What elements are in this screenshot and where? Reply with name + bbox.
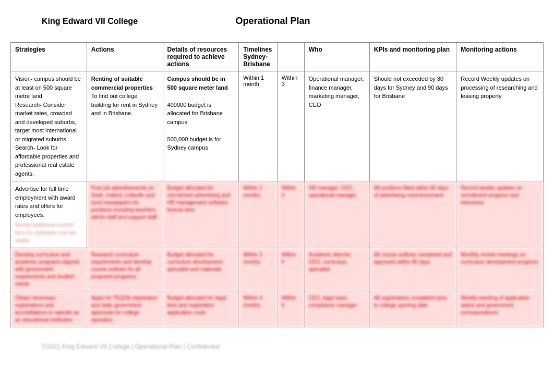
table-row: Vision- campus should be at least on 500… <box>11 71 544 181</box>
cell-strategies-2: Advertise for full time employment with … <box>11 181 87 248</box>
cell-monitoring-4: Weekly tracking of application status an… <box>456 291 544 327</box>
cell-details-3: Budget allocated for curriculum developm… <box>163 248 239 291</box>
cell-kpis-3: All course outlines completed and approv… <box>369 248 456 291</box>
table-row: Obtain necessary registrations and accre… <box>11 291 544 327</box>
col-header-monitoring: Monitoring actions <box>456 43 544 71</box>
cell-actions-4: Apply for TEQSA registration and state g… <box>87 291 163 327</box>
cell-timelines2-2: Within 4 <box>277 181 304 248</box>
cell-who-1: Operational manager, finance manager, ma… <box>304 71 369 181</box>
cell-monitoring-1: Record Weekly updates on processing of r… <box>456 71 544 181</box>
cell-strategies-4: Obtain necessary registrations and accre… <box>11 291 87 327</box>
col-header-details: Details of resources required to achieve… <box>163 43 239 71</box>
cell-timelines1-2: Within 2 months <box>239 181 277 248</box>
col-header-timelines1: Timelines Sydney-Brisbane <box>239 43 277 71</box>
page-header: King Edward VII College Operational Plan <box>10 10 544 32</box>
cell-kpis-1: Should not exceeded by 30 days for Sydne… <box>369 71 456 181</box>
cell-details-1: Campus should be in 500 square meter lan… <box>163 71 239 181</box>
cell-kpis-4: All registrations completed prior to col… <box>369 291 456 327</box>
col-header-timelines2 <box>277 43 304 71</box>
col-header-strategies: Strategies <box>11 43 87 71</box>
cell-actions-2: Post job advertisements on Seek, Indeed,… <box>87 181 163 248</box>
col-header-who: Who <box>304 43 369 71</box>
cell-actions-1: Renting of suitable commercial propertie… <box>87 71 163 181</box>
plan-title: Operational Plan <box>235 16 310 27</box>
cell-timelines2-3: Within 5 <box>277 248 304 291</box>
cell-strategies-1: Vision- campus should be at least on 500… <box>11 71 87 181</box>
table-row: Develop curriculum and academic programs… <box>11 248 544 291</box>
cell-monitoring-2: Record weekly updates on recruitment pro… <box>456 181 544 248</box>
page-footer: ©2021 King Edward VII College | Operatio… <box>10 343 544 350</box>
cell-details-2: Budget allocated for recruitment adverti… <box>163 181 239 248</box>
cell-timelines1-4: Within 4 months <box>239 291 277 327</box>
cell-actions-3: Research curriculum requirements and dev… <box>87 248 163 291</box>
cell-timelines1-1: Within 1 month <box>239 71 277 181</box>
cell-timelines1-3: Within 3 months <box>239 248 277 291</box>
college-name: King Edward VII College <box>42 17 138 26</box>
cell-timelines2-1: Within 3 <box>277 71 304 181</box>
cell-who-4: CEO, legal team, compliance manager <box>304 291 369 327</box>
cell-kpis-2: All positions filled within 60 days of a… <box>369 181 456 248</box>
col-header-kpis: KPIs and monitoring plan <box>369 43 456 71</box>
table-row: Advertise for full time employment with … <box>11 181 544 248</box>
cell-strategies-3: Develop curriculum and academic programs… <box>11 248 87 291</box>
page-wrapper: King Edward VII College Operational Plan… <box>10 10 544 350</box>
cell-who-2: HR manager, CEO, operational manager <box>304 181 369 248</box>
cell-details-4: Budget allocated for legal fees and regi… <box>163 291 239 327</box>
cell-who-3: Academic director, CEO, curriculum speci… <box>304 248 369 291</box>
cell-monitoring-3: Monthly review meetings on curriculum de… <box>456 248 544 291</box>
col-header-actions: Actions <box>87 43 163 71</box>
cell-timelines2-4: Within 6 <box>277 291 304 327</box>
operational-plan-table: Strategies Actions Details of resources … <box>10 42 544 327</box>
